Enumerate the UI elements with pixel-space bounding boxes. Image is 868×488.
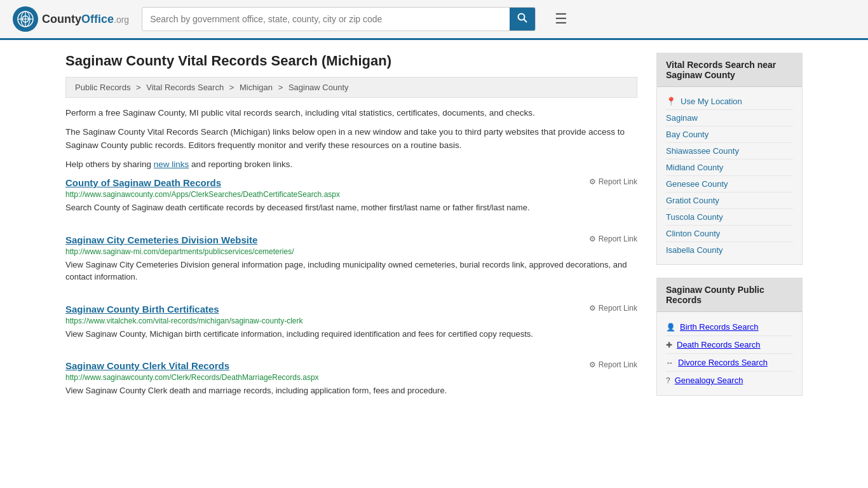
sidebar-item-midland[interactable]: Midland County: [666, 159, 793, 176]
result-item: Saginaw City Cemeteries Division Website…: [65, 234, 637, 290]
result-title[interactable]: Saginaw County Birth Certificates: [65, 304, 219, 315]
search-bar[interactable]: [142, 7, 536, 31]
result-url[interactable]: http://www.saginawcounty.com/Clerk/Recor…: [65, 373, 637, 382]
public-records-title: Saginaw County Public Records: [657, 278, 802, 312]
sidebar-item-bay[interactable]: Bay County: [666, 126, 793, 143]
result-url[interactable]: http://www.saginawcounty.com/Apps/ClerkS…: [65, 190, 637, 199]
nearby-section: Vital Records Search near Saginaw County…: [656, 53, 803, 265]
header: CountyOffice.org ☰: [0, 0, 868, 40]
report-icon: ⚙: [589, 234, 596, 243]
result-title[interactable]: Saginaw City Cemeteries Division Website: [65, 234, 257, 245]
result-desc: View Saginaw County, Michigan birth cert…: [65, 328, 637, 341]
report-link[interactable]: ⚙ Report Link: [589, 360, 637, 369]
breadcrumb-vital-records[interactable]: Vital Records Search: [146, 83, 224, 92]
page-container: Saginaw County Vital Records Search (Mic…: [53, 40, 815, 430]
breadcrumb-michigan[interactable]: Michigan: [240, 83, 273, 92]
report-icon: ⚙: [589, 304, 596, 313]
search-input[interactable]: [142, 9, 510, 29]
genealogy-icon: ?: [666, 376, 670, 385]
nearby-title: Vital Records Search near Saginaw County: [657, 53, 802, 87]
sidebar-item-tuscola[interactable]: Tuscola County: [666, 209, 793, 226]
sidebar-item-isabella[interactable]: Isabella County: [666, 242, 793, 258]
divorce-records-link[interactable]: ↔ Divorce Records Search: [666, 354, 793, 372]
birth-records-link[interactable]: 👤 Birth Records Search: [666, 318, 793, 336]
logo-text: CountyOffice.org: [42, 13, 129, 26]
description-2: The Saginaw County Vital Records Search …: [65, 126, 637, 152]
search-button[interactable]: [510, 8, 535, 30]
menu-button[interactable]: ☰: [555, 11, 567, 27]
page-title: Saginaw County Vital Records Search (Mic…: [65, 53, 637, 69]
divorce-icon: ↔: [666, 358, 674, 367]
result-desc: Search County of Saginaw death certifica…: [65, 201, 637, 214]
breadcrumb: Public Records > Vital Records Search > …: [65, 77, 637, 98]
breadcrumb-county: Saginaw County: [288, 83, 349, 92]
new-links-link[interactable]: new links: [154, 159, 189, 169]
svg-line-6: [524, 20, 527, 23]
nearby-body: 📍 Use My Location Saginaw Bay County Shi…: [657, 87, 802, 264]
sidebar-item-shiawassee[interactable]: Shiawassee County: [666, 143, 793, 159]
report-icon: ⚙: [589, 177, 596, 186]
result-header: Saginaw County Clerk Vital Records ⚙ Rep…: [65, 360, 637, 371]
breadcrumb-public-records[interactable]: Public Records: [75, 83, 130, 92]
main-content: Saginaw County Vital Records Search (Mic…: [65, 53, 637, 417]
result-item: Saginaw County Clerk Vital Records ⚙ Rep…: [65, 360, 637, 403]
result-desc: View Saginaw City Cemeteries Division ge…: [65, 259, 637, 283]
death-records-link[interactable]: ✚ Death Records Search: [666, 336, 793, 354]
report-icon: ⚙: [589, 360, 596, 369]
birth-icon: 👤: [666, 323, 675, 332]
description-1: Perform a free Saginaw County, MI public…: [65, 107, 637, 119]
use-location-button[interactable]: 📍 Use My Location: [666, 93, 793, 110]
sidebar-item-clinton[interactable]: Clinton County: [666, 226, 793, 242]
result-item: County of Saginaw Death Records ⚙ Report…: [65, 177, 637, 220]
result-url[interactable]: https://www.vitalchek.com/vital-records/…: [65, 316, 637, 325]
svg-point-5: [519, 14, 525, 20]
report-link[interactable]: ⚙ Report Link: [589, 177, 637, 186]
public-records-section: Saginaw County Public Records 👤 Birth Re…: [656, 278, 803, 396]
result-desc: View Saginaw County Clerk death and marr…: [65, 384, 637, 397]
result-header: Saginaw City Cemeteries Division Website…: [65, 234, 637, 245]
location-icon: 📍: [666, 97, 676, 106]
death-icon: ✚: [666, 341, 672, 349]
result-item: Saginaw County Birth Certificates ⚙ Repo…: [65, 304, 637, 347]
sidebar: Vital Records Search near Saginaw County…: [656, 53, 803, 417]
sidebar-item-genesee[interactable]: Genesee County: [666, 176, 793, 193]
logo[interactable]: CountyOffice.org: [13, 6, 129, 32]
sidebar-item-gratiot[interactable]: Gratiot County: [666, 193, 793, 209]
report-link[interactable]: ⚙ Report Link: [589, 234, 637, 243]
result-title[interactable]: County of Saginaw Death Records: [65, 177, 221, 188]
sidebar-item-saginaw[interactable]: Saginaw: [666, 110, 793, 126]
result-header: Saginaw County Birth Certificates ⚙ Repo…: [65, 304, 637, 315]
logo-icon: [13, 6, 38, 32]
result-header: County of Saginaw Death Records ⚙ Report…: [65, 177, 637, 188]
public-records-body: 👤 Birth Records Search ✚ Death Records S…: [657, 312, 802, 395]
description-3: Help others by sharing new links and rep…: [65, 158, 637, 171]
genealogy-records-link[interactable]: ? Genealogy Search: [666, 372, 793, 389]
result-url[interactable]: http://www.saginaw-mi.com/departments/pu…: [65, 247, 637, 256]
result-title[interactable]: Saginaw County Clerk Vital Records: [65, 360, 229, 371]
report-link[interactable]: ⚙ Report Link: [589, 304, 637, 313]
